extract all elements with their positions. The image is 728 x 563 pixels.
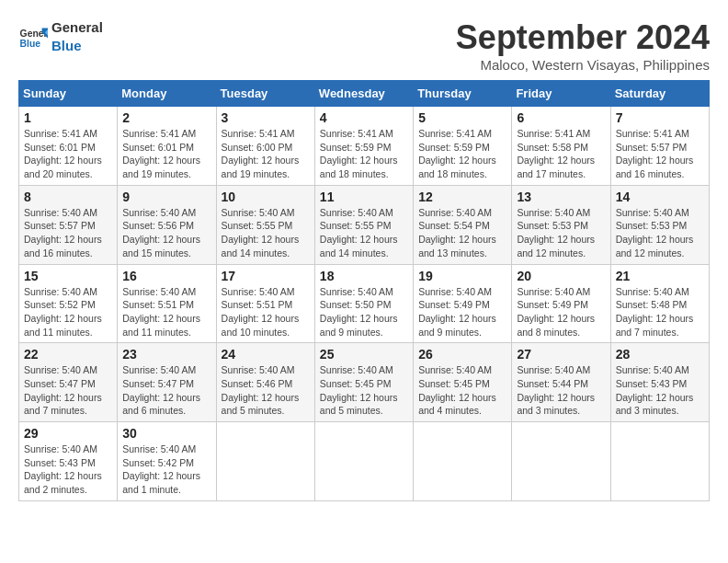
- day-number: 5: [418, 110, 506, 125]
- weekday-monday: Monday: [118, 81, 216, 107]
- calendar-cell: 21 Sunrise: 5:40 AM Sunset: 5:48 PM Dayl…: [610, 264, 709, 343]
- calendar-cell: 25 Sunrise: 5:40 AM Sunset: 5:45 PM Dayl…: [314, 343, 413, 422]
- day-info: Sunrise: 5:40 AM Sunset: 5:52 PM Dayligh…: [24, 285, 112, 339]
- day-info: Sunrise: 5:40 AM Sunset: 5:53 PM Dayligh…: [517, 206, 605, 260]
- day-info: Sunrise: 5:40 AM Sunset: 5:49 PM Dayligh…: [517, 285, 605, 339]
- day-number: 21: [616, 269, 704, 283]
- calendar-cell: [216, 422, 314, 501]
- weekday-tuesday: Tuesday: [216, 81, 314, 107]
- week-row-1: 1 Sunrise: 5:41 AM Sunset: 6:01 PM Dayli…: [19, 107, 710, 186]
- page-header: General Blue General Blue September 2024…: [18, 18, 710, 73]
- day-number: 22: [24, 347, 112, 362]
- calendar-cell: 11 Sunrise: 5:40 AM Sunset: 5:55 PM Dayl…: [314, 185, 413, 264]
- day-info: Sunrise: 5:40 AM Sunset: 5:51 PM Dayligh…: [222, 285, 310, 339]
- calendar-cell: 24 Sunrise: 5:40 AM Sunset: 5:46 PM Dayl…: [216, 343, 314, 422]
- day-number: 2: [122, 110, 210, 125]
- day-number: 26: [418, 347, 506, 362]
- calendar-cell: 10 Sunrise: 5:40 AM Sunset: 5:55 PM Dayl…: [216, 185, 314, 264]
- day-number: 19: [418, 269, 506, 283]
- calendar-cell: 22 Sunrise: 5:40 AM Sunset: 5:47 PM Dayl…: [19, 343, 118, 422]
- calendar-cell: 20 Sunrise: 5:40 AM Sunset: 5:49 PM Dayl…: [512, 264, 610, 343]
- calendar-cell: 9 Sunrise: 5:40 AM Sunset: 5:56 PM Dayli…: [118, 185, 216, 264]
- day-info: Sunrise: 5:40 AM Sunset: 5:53 PM Dayligh…: [616, 206, 704, 260]
- day-info: Sunrise: 5:40 AM Sunset: 5:49 PM Dayligh…: [418, 285, 506, 339]
- day-info: Sunrise: 5:40 AM Sunset: 5:44 PM Dayligh…: [517, 363, 605, 418]
- day-number: 11: [320, 190, 408, 204]
- day-number: 6: [517, 110, 605, 125]
- day-number: 14: [616, 190, 704, 204]
- calendar-cell: 23 Sunrise: 5:40 AM Sunset: 5:47 PM Dayl…: [118, 343, 216, 422]
- day-number: 7: [616, 110, 704, 125]
- calendar-cell: 17 Sunrise: 5:40 AM Sunset: 5:51 PM Dayl…: [216, 264, 314, 343]
- calendar-cell: 5 Sunrise: 5:41 AM Sunset: 5:59 PM Dayli…: [414, 107, 512, 186]
- day-number: 17: [222, 269, 310, 283]
- calendar-table: SundayMondayTuesdayWednesdayThursdayFrid…: [18, 80, 710, 501]
- day-info: Sunrise: 5:40 AM Sunset: 5:51 PM Dayligh…: [122, 285, 210, 339]
- weekday-wednesday: Wednesday: [314, 81, 413, 107]
- calendar-cell: [512, 422, 610, 501]
- day-number: 23: [122, 347, 210, 362]
- day-info: Sunrise: 5:41 AM Sunset: 5:58 PM Dayligh…: [517, 127, 605, 181]
- calendar-subtitle: Maloco, Western Visayas, Philippines: [456, 57, 710, 73]
- day-number: 27: [517, 347, 605, 362]
- calendar-cell: [414, 422, 512, 501]
- day-info: Sunrise: 5:41 AM Sunset: 6:01 PM Dayligh…: [122, 127, 210, 181]
- calendar-cell: 15 Sunrise: 5:40 AM Sunset: 5:52 PM Dayl…: [19, 264, 118, 343]
- day-number: 15: [24, 269, 112, 283]
- week-row-4: 22 Sunrise: 5:40 AM Sunset: 5:47 PM Dayl…: [19, 343, 710, 422]
- calendar-cell: 27 Sunrise: 5:40 AM Sunset: 5:44 PM Dayl…: [512, 343, 610, 422]
- day-info: Sunrise: 5:40 AM Sunset: 5:55 PM Dayligh…: [222, 206, 310, 260]
- day-number: 1: [24, 110, 112, 125]
- calendar-cell: 14 Sunrise: 5:40 AM Sunset: 5:53 PM Dayl…: [610, 185, 709, 264]
- day-number: 29: [24, 426, 112, 441]
- calendar-cell: 2 Sunrise: 5:41 AM Sunset: 6:01 PM Dayli…: [118, 107, 216, 186]
- day-number: 28: [616, 347, 704, 362]
- calendar-cell: 3 Sunrise: 5:41 AM Sunset: 6:00 PM Dayli…: [216, 107, 314, 186]
- calendar-cell: 4 Sunrise: 5:41 AM Sunset: 5:59 PM Dayli…: [314, 107, 413, 186]
- day-info: Sunrise: 5:40 AM Sunset: 5:46 PM Dayligh…: [222, 363, 310, 418]
- day-number: 16: [122, 269, 210, 283]
- calendar-cell: 13 Sunrise: 5:40 AM Sunset: 5:53 PM Dayl…: [512, 185, 610, 264]
- day-info: Sunrise: 5:40 AM Sunset: 5:43 PM Dayligh…: [24, 442, 112, 497]
- day-number: 4: [320, 110, 408, 125]
- calendar-cell: 1 Sunrise: 5:41 AM Sunset: 6:01 PM Dayli…: [19, 107, 118, 186]
- day-info: Sunrise: 5:40 AM Sunset: 5:50 PM Dayligh…: [320, 285, 408, 339]
- week-row-3: 15 Sunrise: 5:40 AM Sunset: 5:52 PM Dayl…: [19, 264, 710, 343]
- svg-text:Blue: Blue: [20, 39, 41, 49]
- day-info: Sunrise: 5:40 AM Sunset: 5:54 PM Dayligh…: [418, 206, 506, 260]
- title-area: September 2024 Maloco, Western Visayas, …: [456, 18, 710, 73]
- calendar-cell: 28 Sunrise: 5:40 AM Sunset: 5:43 PM Dayl…: [610, 343, 709, 422]
- day-number: 18: [320, 269, 408, 283]
- day-info: Sunrise: 5:40 AM Sunset: 5:55 PM Dayligh…: [320, 206, 408, 260]
- day-info: Sunrise: 5:41 AM Sunset: 6:00 PM Dayligh…: [222, 127, 310, 181]
- day-info: Sunrise: 5:41 AM Sunset: 5:59 PM Dayligh…: [418, 127, 506, 181]
- weekday-thursday: Thursday: [414, 81, 512, 107]
- logo-icon: General Blue: [18, 22, 48, 52]
- day-number: 8: [24, 190, 112, 204]
- calendar-cell: 7 Sunrise: 5:41 AM Sunset: 5:57 PM Dayli…: [610, 107, 709, 186]
- day-info: Sunrise: 5:40 AM Sunset: 5:45 PM Dayligh…: [320, 363, 408, 418]
- calendar-cell: 8 Sunrise: 5:40 AM Sunset: 5:57 PM Dayli…: [19, 185, 118, 264]
- calendar-cell: [314, 422, 413, 501]
- day-info: Sunrise: 5:40 AM Sunset: 5:42 PM Dayligh…: [122, 442, 210, 497]
- day-info: Sunrise: 5:40 AM Sunset: 5:56 PM Dayligh…: [122, 206, 210, 260]
- logo: General Blue General Blue: [18, 18, 103, 54]
- day-number: 12: [418, 190, 506, 204]
- calendar-cell: 29 Sunrise: 5:40 AM Sunset: 5:43 PM Dayl…: [19, 422, 118, 501]
- day-info: Sunrise: 5:40 AM Sunset: 5:48 PM Dayligh…: [616, 285, 704, 339]
- logo-text: General Blue: [51, 18, 103, 54]
- day-info: Sunrise: 5:41 AM Sunset: 5:59 PM Dayligh…: [320, 127, 408, 181]
- calendar-cell: 18 Sunrise: 5:40 AM Sunset: 5:50 PM Dayl…: [314, 264, 413, 343]
- calendar-cell: [610, 422, 709, 501]
- calendar-cell: 6 Sunrise: 5:41 AM Sunset: 5:58 PM Dayli…: [512, 107, 610, 186]
- day-info: Sunrise: 5:40 AM Sunset: 5:57 PM Dayligh…: [24, 206, 112, 260]
- day-number: 20: [517, 269, 605, 283]
- calendar-cell: 30 Sunrise: 5:40 AM Sunset: 5:42 PM Dayl…: [118, 422, 216, 501]
- day-info: Sunrise: 5:40 AM Sunset: 5:43 PM Dayligh…: [616, 363, 704, 418]
- day-number: 10: [222, 190, 310, 204]
- day-number: 3: [222, 110, 310, 125]
- day-info: Sunrise: 5:40 AM Sunset: 5:47 PM Dayligh…: [24, 363, 112, 418]
- weekday-friday: Friday: [512, 81, 610, 107]
- day-number: 24: [222, 347, 310, 362]
- weekday-sunday: Sunday: [19, 81, 118, 107]
